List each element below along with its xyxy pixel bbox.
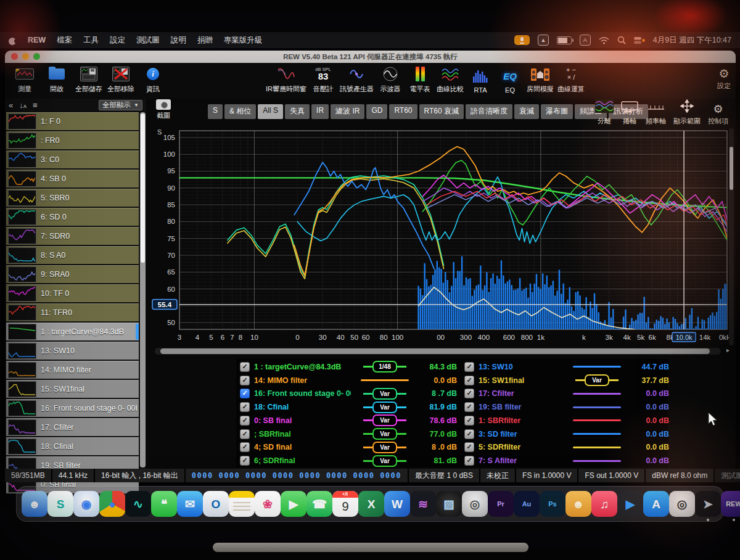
menu-item-3[interactable]: 設定 — [110, 35, 125, 46]
graph-tab-11[interactable]: 瀑布圖 — [541, 104, 573, 119]
graph-control-separate-traces-button[interactable]: 分離 — [595, 99, 614, 126]
toolbar-eq-button[interactable]: EQEQ — [495, 67, 525, 94]
trace-symbol[interactable] — [567, 419, 627, 421]
graph-tab-10[interactable]: 衰減 — [514, 104, 539, 119]
excel-icon[interactable]: X — [358, 491, 384, 517]
audio-utility-icon[interactable]: ≋ — [410, 491, 436, 517]
toolbar-signal-generator-button[interactable]: 訊號產生器 — [338, 65, 376, 94]
sort-icon[interactable]: ↓A — [19, 101, 27, 110]
trace-checkbox[interactable]: ✓ — [240, 456, 250, 466]
graph-control-graph-controls-gear-button[interactable]: ⚙控制項 — [708, 99, 728, 126]
trace-symbol[interactable] — [567, 366, 627, 368]
toolbar-save-all-button[interactable]: 全部儲存 — [73, 65, 105, 94]
spl-graph[interactable]: S10510095908580757065605055.434567810030… — [149, 126, 732, 347]
trace-checkbox[interactable]: ✓ — [240, 429, 250, 439]
menu-bar-clock[interactable]: 4月9日 週四 下午10:47 — [653, 35, 731, 46]
photos-icon[interactable]: ❀ — [255, 491, 281, 517]
zoom-window-button[interactable] — [33, 53, 40, 60]
apple-menu-icon[interactable] — [9, 36, 17, 45]
sidebar-scrollbar[interactable] — [140, 112, 146, 467]
measurement-item-10[interactable]: 10: TF 0 — [6, 284, 139, 302]
menu-item-7[interactable]: 專業版升級 — [224, 35, 263, 46]
trace-checkbox[interactable]: ✓ — [240, 416, 250, 426]
trace-checkbox[interactable]: ✓ — [464, 416, 474, 426]
toolbar-measure-button[interactable]: ✱測量 — [9, 65, 41, 94]
mail-icon[interactable]: ✉ — [177, 491, 203, 517]
trace-label[interactable]: 0: SB final — [254, 416, 351, 425]
word-icon[interactable]: W — [384, 491, 410, 517]
toolbar-remove-all-button[interactable]: 全部移除 — [105, 65, 137, 94]
trace-symbol[interactable] — [355, 379, 414, 381]
toolbar-rta-button[interactable]: RTA — [466, 67, 495, 94]
graph-tab-1[interactable]: & 相位 — [224, 104, 256, 119]
measurement-item-16[interactable]: 16: Front sound stage 0- 00Hz — [6, 399, 139, 417]
trace-checkbox[interactable]: ✓ — [464, 429, 474, 439]
window-titlebar[interactable]: REW V5.40 Beta 121 API 伺服器正在連接埠 4735 執行 — [5, 51, 736, 63]
toolbar-room-sim-button[interactable]: 房間模擬 — [525, 65, 556, 94]
toolbar-oscilloscope-button[interactable]: 示波器 — [376, 65, 405, 94]
microphone-indicator-icon[interactable] — [514, 35, 530, 45]
app-store-icon[interactable]: A — [643, 491, 669, 517]
screen-sharing-icon[interactable]: ➤ — [695, 491, 721, 517]
measurement-item-14[interactable]: 14: MIMO filter — [6, 361, 139, 379]
minimize-window-button[interactable] — [22, 53, 29, 60]
trace-symbol[interactable]: Var — [355, 401, 414, 413]
graph-tab-3[interactable]: 失真 — [285, 104, 310, 119]
toolbar-trace-compare-button[interactable]: 曲線比較 — [435, 65, 466, 94]
graph-tab-0[interactable]: S — [208, 104, 223, 119]
trace-checkbox[interactable]: ✓ — [464, 376, 474, 385]
graph-control-scrollbars-button[interactable]: 捲軸 — [621, 99, 638, 126]
input-source-icon[interactable]: A — [580, 35, 591, 46]
trace-symbol[interactable]: Var — [355, 442, 414, 453]
premiere-pro-icon[interactable]: Pr — [488, 491, 514, 517]
trace-checkbox[interactable]: ✓ — [464, 362, 474, 372]
audition-icon[interactable]: Au — [514, 491, 540, 517]
trace-symbol[interactable]: Var — [567, 374, 627, 386]
trace-checkbox[interactable]: ✓ — [240, 362, 250, 372]
trace-label[interactable]: 4; SD final — [254, 443, 351, 451]
toolbar-info-button[interactable]: i資訊 — [137, 65, 169, 94]
final-cut-pro-icon[interactable]: ▨ — [436, 491, 462, 517]
measurement-item-17[interactable]: 17: Cfilter — [6, 418, 139, 436]
trace-checkbox[interactable]: ✓ — [240, 442, 250, 452]
settings-button[interactable]: ⚙ 設定 — [717, 68, 731, 91]
trace-symbol[interactable]: Var — [355, 414, 414, 426]
graph-tab-2[interactable]: All S — [258, 104, 283, 119]
disk-utility-icon[interactable]: ◎ — [462, 491, 488, 517]
measurement-item-3[interactable]: 3: C0 — [6, 150, 139, 168]
trace-checkbox[interactable]: ✓ — [240, 389, 250, 398]
measurement-item-7[interactable]: 7: SDR0 — [6, 227, 139, 245]
trace-label[interactable]: ; SBRfinal — [254, 430, 351, 439]
outlook-icon[interactable]: O — [203, 491, 229, 517]
graph-control-display-range-button[interactable]: 顯示範圍 — [673, 99, 701, 126]
menu-item-2[interactable]: 工具 — [83, 35, 99, 46]
measurement-item-12[interactable]: 1 : targetCurve@84.3dB — [6, 323, 139, 340]
messages-icon[interactable]: ❝ — [151, 491, 177, 517]
calendar-icon[interactable]: 4月9 — [332, 491, 358, 517]
wifi-icon[interactable] — [599, 36, 609, 44]
menu-item-5[interactable]: 說明 — [171, 35, 186, 46]
trace-symbol[interactable]: Var — [355, 428, 414, 440]
trace-checkbox[interactable]: ✓ — [240, 376, 250, 385]
trace-label[interactable]: 6; SDRfinal — [254, 456, 351, 465]
measurement-item-1[interactable]: 1: F 0 — [6, 112, 139, 130]
trace-label[interactable]: 15: SW1final — [479, 376, 563, 385]
menu-item-0[interactable]: REW — [28, 36, 46, 44]
trace-label[interactable]: 19: SB filter — [479, 403, 563, 411]
contacts-icon[interactable]: ☻ — [565, 491, 591, 517]
shield-icon[interactable]: ▲ — [538, 35, 549, 46]
graph-tab-4[interactable]: IR — [311, 104, 329, 119]
trace-symbol[interactable] — [567, 406, 627, 408]
trace-label[interactable]: 5: SDRfilter — [479, 443, 563, 451]
trace-label[interactable]: 18: Cfinal — [254, 403, 351, 411]
close-window-button[interactable] — [11, 53, 18, 60]
toolbar-ir-window-button[interactable]: IR響應時間窗 — [264, 65, 308, 94]
graph-control-frequency-axis-button[interactable]: 頻率軸 — [646, 99, 666, 126]
whatsapp-icon[interactable]: ☎ — [306, 491, 332, 517]
rew-icon[interactable]: REW — [721, 491, 740, 517]
battery-icon[interactable] — [557, 36, 572, 44]
graph-tab-8[interactable]: RT60 衰減 — [419, 104, 464, 119]
safari-icon[interactable]: ◉ — [73, 491, 99, 517]
trace-checkbox[interactable]: ✓ — [464, 402, 474, 412]
control-center-icon[interactable] — [634, 36, 645, 44]
